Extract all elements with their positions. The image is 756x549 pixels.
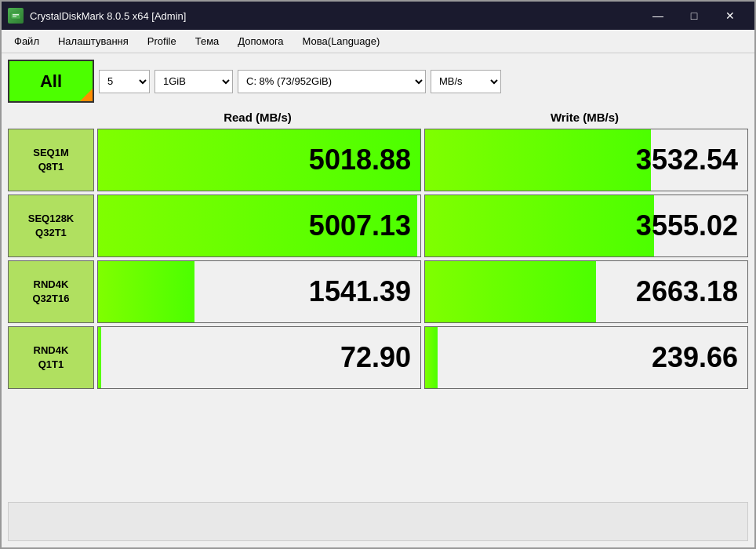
table-row: SEQ128KQ32T1 5007.13 3555.02 — [8, 195, 748, 257]
menu-help[interactable]: Допомога — [228, 32, 293, 50]
row-label-seq128k-q32t1: SEQ128KQ32T1 — [8, 195, 94, 257]
row-label-rnd4k-q32t16: RND4KQ32T16 — [8, 260, 94, 323]
controls-row: All 5 1 3 9 1GiB 512MiB 2GiB 4GiB C: 8% … — [8, 60, 748, 103]
table-row: SEQ1MQ8T1 5018.88 3532.54 — [8, 129, 748, 191]
row-write-seq128k-q32t1: 3555.02 — [424, 195, 748, 257]
main-content: All 5 1 3 9 1GiB 512MiB 2GiB 4GiB C: 8% … — [2, 53, 754, 547]
row-read-seq1m-q8t1: 5018.88 — [97, 129, 421, 191]
window-controls: — □ ✕ — [640, 2, 748, 30]
main-window: CrystalDiskMark 8.0.5 x64 [Admin] — □ ✕ … — [0, 0, 756, 549]
size-select[interactable]: 1GiB 512MiB 2GiB 4GiB — [154, 70, 233, 93]
table-row: RND4KQ1T1 72.90 239.66 — [8, 326, 748, 389]
svg-rect-2 — [13, 16, 16, 18]
row-write-seq1m-q8t1: 3532.54 — [424, 129, 748, 191]
close-button[interactable]: ✕ — [712, 2, 748, 30]
count-select[interactable]: 5 1 3 9 — [99, 70, 150, 93]
menu-file[interactable]: Файл — [5, 32, 49, 50]
table-header: Read (MB/s) Write (MB/s) — [8, 107, 748, 127]
unit-select[interactable]: MB/s GB/s IOPS μs — [431, 70, 501, 93]
menu-language[interactable]: Мова(Language) — [293, 32, 390, 50]
table-row: RND4KQ32T16 1541.39 2663.18 — [8, 260, 748, 323]
row-write-rnd4k-q1t1: 239.66 — [424, 326, 748, 389]
row-label-seq1m-q8t1: SEQ1MQ8T1 — [8, 129, 94, 191]
all-button[interactable]: All — [8, 60, 94, 103]
header-read: Read (MB/s) — [94, 107, 421, 127]
row-read-rnd4k-q32t16: 1541.39 — [97, 260, 421, 323]
minimize-button[interactable]: — — [640, 2, 676, 30]
menu-profile[interactable]: Profile — [138, 32, 186, 50]
svg-rect-0 — [11, 13, 20, 19]
svg-rect-1 — [13, 14, 19, 16]
menu-settings[interactable]: Налаштування — [49, 32, 138, 50]
app-icon — [8, 8, 24, 24]
menu-theme[interactable]: Тема — [186, 32, 229, 50]
menu-bar: Файл Налаштування Profile Тема Допомога … — [2, 30, 754, 53]
row-read-seq128k-q32t1: 5007.13 — [97, 195, 421, 257]
bottom-empty — [8, 502, 748, 541]
drive-select[interactable]: C: 8% (73/952GiB) — [238, 70, 426, 93]
window-title: CrystalDiskMark 8.0.5 x64 [Admin] — [30, 10, 640, 22]
data-rows: SEQ1MQ8T1 5018.88 3532.54 SEQ128KQ32T1 5… — [8, 129, 748, 499]
header-label-spacer — [8, 107, 94, 127]
row-read-rnd4k-q1t1: 72.90 — [97, 326, 421, 389]
header-write: Write (MB/s) — [421, 107, 748, 127]
row-write-rnd4k-q32t16: 2663.18 — [424, 260, 748, 323]
maximize-button[interactable]: □ — [676, 2, 712, 30]
title-bar: CrystalDiskMark 8.0.5 x64 [Admin] — □ ✕ — [2, 2, 754, 30]
row-label-rnd4k-q1t1: RND4KQ1T1 — [8, 326, 94, 389]
